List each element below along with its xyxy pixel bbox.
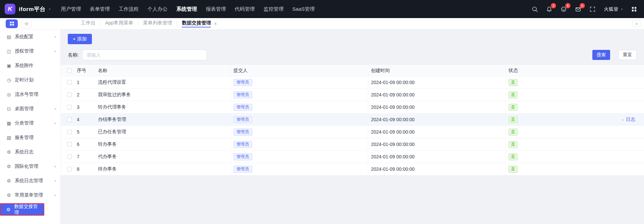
nav-item[interactable]: 监控管理	[264, 5, 284, 13]
table-row[interactable]: 2我审批过的事务管理员2024-01-09 00:00:00是	[61, 89, 644, 101]
brand[interactable]: K iform平台 ∨	[5, 4, 51, 14]
header-cell: 提交人	[231, 65, 368, 76]
nav-item[interactable]: 报表管理	[206, 5, 226, 13]
sidebar-item-label: 授权管理	[15, 48, 34, 54]
sidebar-item[interactable]: ▣系统附件	[0, 58, 60, 73]
tab-item[interactable]: App常用菜单	[101, 18, 138, 29]
row-number-cell: 8	[76, 163, 95, 175]
sidebar-item[interactable]: ▤系统配置∨	[0, 29, 60, 44]
name-cell: 转办事务	[95, 138, 231, 150]
sidebar-item[interactable]: ◎流水号管理	[0, 87, 60, 101]
sidebar-item[interactable]: ⚙国际化管理∨	[0, 159, 60, 173]
content: + 添加 名称: 搜索 重置 序号名称提交人创建时间状态 1流程代理设置管理员2…	[61, 29, 644, 224]
sidebar-item[interactable]: ▦分类管理∨	[0, 116, 60, 130]
row-checkbox[interactable]	[67, 80, 72, 85]
status-cell: 是	[506, 151, 644, 163]
sidebar-item[interactable]: ⚙数据交接管理	[0, 203, 44, 216]
row-checkbox-cell	[61, 101, 76, 113]
row-checkbox[interactable]	[67, 154, 72, 159]
user-menu[interactable]: 火狐登 ∨	[604, 6, 623, 12]
submitter-cell: 管理员	[231, 76, 368, 88]
tab-item[interactable]: 数据交接管理×	[177, 18, 221, 29]
row-checkbox-cell	[61, 138, 76, 150]
row-checkbox[interactable]	[67, 105, 72, 109]
name-filter-input[interactable]	[82, 50, 207, 60]
nav-item[interactable]: 代码管理	[235, 5, 255, 13]
gear-icon: ⚙	[6, 193, 12, 198]
add-button[interactable]: + 添加	[68, 34, 92, 44]
sidebar-item[interactable]: ◷定时计划	[0, 73, 60, 87]
sidebar-item[interactable]: ▧服务管理	[0, 130, 60, 145]
nav-item[interactable]: 个人办公	[148, 5, 168, 13]
table-row[interactable]: 3转办代理事务管理员2024-01-09 00:00:00是	[61, 101, 644, 114]
row-action: ›日志	[622, 114, 635, 126]
table-row[interactable]: 7代办事务管理员2024-01-09 00:00:00是	[61, 151, 644, 163]
select-all-checkbox[interactable]	[67, 68, 72, 73]
chevron-down-icon: ∨	[54, 35, 56, 39]
table-row[interactable]: 8待办事务管理员2024-01-09 00:00:00是	[61, 163, 644, 175]
chevron-right-icon: ›	[622, 117, 624, 122]
table-row[interactable]: 6转办事务管理员2024-01-09 00:00:00是	[61, 138, 644, 151]
bell-icon[interactable]: 3	[546, 6, 553, 12]
service-icon: ▧	[6, 135, 12, 140]
nav-item[interactable]: 表单管理	[90, 5, 110, 13]
submitter-cell: 管理员	[231, 101, 368, 113]
sidebar-item-label: 定时计划	[15, 77, 34, 83]
search-button[interactable]: 搜索	[592, 50, 610, 60]
tab-list-dropdown[interactable]: ∨	[633, 20, 641, 27]
nav-item[interactable]: 工作流程	[119, 5, 139, 13]
table-row[interactable]: 1流程代理设置管理员2024-01-09 00:00:00是	[61, 76, 644, 89]
status-badge: 是	[508, 153, 518, 160]
row-checkbox[interactable]	[67, 130, 72, 134]
sidebar-item[interactable]: ⚙系统日志管理∨	[0, 173, 60, 188]
reset-button[interactable]: 重置	[618, 50, 637, 60]
desktop-icon: ⊡	[6, 106, 12, 111]
submitter-tag: 管理员	[233, 79, 252, 86]
created-cell: 2024-01-09 00:00:00	[368, 76, 506, 88]
table-row[interactable]: 5已办任务管理管理员2024-01-09 00:00:00是	[61, 126, 644, 138]
nav-item[interactable]: 系统管理	[176, 5, 197, 13]
sidebar-item-label: 数据交接管理	[14, 204, 41, 216]
nav-item[interactable]: SaaS管理	[292, 5, 315, 13]
status-cell: 是	[506, 101, 644, 113]
favorite-star-button[interactable]: ☆	[21, 19, 32, 28]
sidebar-item[interactable]: ◫授权管理∨	[0, 44, 60, 58]
submitter-tag: 管理员	[233, 141, 252, 148]
row-checkbox[interactable]	[67, 167, 72, 171]
chevron-down-icon: ∨	[54, 50, 56, 53]
search-icon[interactable]	[532, 6, 538, 12]
status-cell: 是	[506, 76, 644, 88]
gear-icon: ⚙	[6, 164, 12, 169]
mail-icon[interactable]: 0	[575, 6, 582, 12]
filter-row: 名称: 搜索 重置	[68, 50, 637, 60]
app-root: K iform平台 ∨ 用户管理表单管理工作流程个人办公系统管理报表管理代码管理…	[0, 0, 644, 224]
submitter-tag: 管理员	[233, 116, 252, 123]
apps-grid-icon[interactable]	[631, 6, 637, 12]
tabs: 工作台App常用菜单菜单列表管理数据交接管理×	[76, 18, 222, 29]
row-checkbox[interactable]	[67, 92, 72, 97]
tab-item[interactable]: 菜单列表管理	[138, 18, 177, 29]
table-row[interactable]: 4办结事务管理管理员2024-01-09 00:00:00是›日志	[61, 114, 644, 126]
submitter-tag: 管理员	[233, 104, 252, 111]
submitter-tag: 管理员	[233, 153, 252, 160]
close-icon[interactable]: ×	[214, 21, 217, 26]
submitter-cell: 管理员	[231, 138, 368, 150]
star-icon: ☆	[24, 21, 29, 27]
tab-item[interactable]: 工作台	[76, 18, 100, 29]
sidebar-item[interactable]: ⚙系统日志	[0, 145, 60, 159]
log-link[interactable]: 日志	[626, 117, 635, 123]
sidebar-item[interactable]: ⚙常用菜单管理∨	[0, 188, 60, 202]
fullscreen-icon[interactable]	[589, 6, 596, 12]
row-checkbox[interactable]	[67, 142, 72, 147]
tab-label: 菜单列表管理	[143, 20, 172, 27]
nav-item[interactable]: 用户管理	[61, 5, 81, 13]
main: ▤系统配置∨◫授权管理∨▣系统附件◷定时计划◎流水号管理⊡桌面管理∨▦分类管理∨…	[0, 29, 644, 224]
menu-grid-button[interactable]	[6, 19, 18, 28]
status-badge: 是	[508, 166, 518, 173]
topbar-actions: 3 6 0 火狐登 ∨	[532, 6, 637, 12]
row-checkbox[interactable]	[67, 117, 72, 122]
table-header-row: 序号名称提交人创建时间状态	[61, 65, 644, 76]
help-icon[interactable]: 6	[560, 6, 567, 12]
sidebar-item[interactable]: ⊡桌面管理∨	[0, 101, 60, 116]
users-icon: ◫	[6, 49, 12, 54]
